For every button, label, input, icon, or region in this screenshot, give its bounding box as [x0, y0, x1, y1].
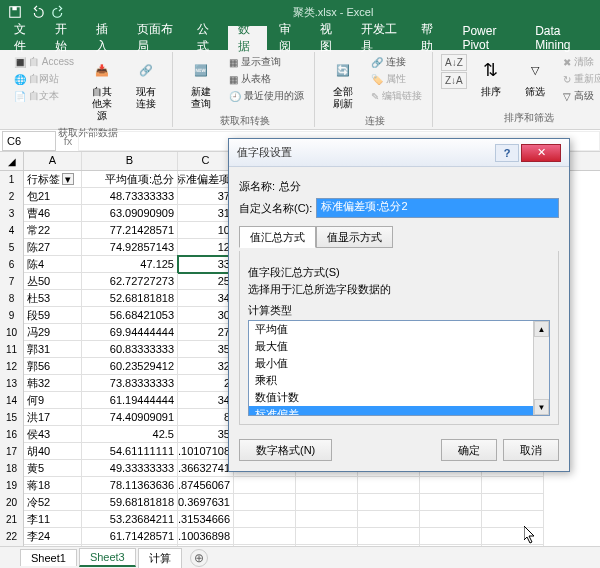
cell[interactable]: 郭56: [24, 358, 82, 375]
cell[interactable]: 37: [178, 188, 234, 205]
cell[interactable]: 李47: [24, 545, 82, 546]
custom-name-input[interactable]: 标准偏差项:总分2: [316, 198, 559, 218]
row-header[interactable]: 15: [0, 409, 24, 426]
ribbon-tab-10[interactable]: Power Pivot: [452, 26, 523, 50]
sort[interactable]: ⇅排序: [471, 54, 511, 100]
cell[interactable]: 61.19444444: [82, 392, 178, 409]
cell[interactable]: 胡40: [24, 443, 82, 460]
cell[interactable]: 19.87456067: [178, 477, 234, 494]
column-header[interactable]: C: [178, 152, 234, 170]
row-header[interactable]: 9: [0, 307, 24, 324]
row-header[interactable]: 6: [0, 256, 24, 273]
cell[interactable]: 冯29: [24, 324, 82, 341]
calc-type-option[interactable]: 乘积: [249, 372, 533, 389]
cell[interactable]: 54.61111111: [82, 443, 178, 460]
cancel-button[interactable]: 取消: [503, 439, 559, 461]
table-row[interactable]: 20冷5259.6818181830.3697631: [0, 494, 600, 511]
row-header[interactable]: 12: [0, 358, 24, 375]
calc-type-list[interactable]: 平均值最大值最小值乘积数值计数标准偏差 ▲ ▼: [248, 320, 550, 416]
cell[interactable]: 73.83333333: [82, 375, 178, 392]
reapply[interactable]: ↻重新应用: [559, 71, 600, 87]
cell[interactable]: 52.68181818: [82, 290, 178, 307]
scroll-down-icon[interactable]: ▼: [534, 399, 549, 415]
sheet-tab[interactable]: 计算: [138, 548, 182, 568]
row-header[interactable]: 14: [0, 392, 24, 409]
existing-connections[interactable]: 🔗现有连接: [126, 54, 166, 112]
calc-type-option[interactable]: 最大值: [249, 338, 533, 355]
show-queries[interactable]: ▦显示查询: [225, 54, 308, 70]
cell[interactable]: 74.40909091: [82, 409, 178, 426]
pivot-header[interactable]: 标准偏差项: [178, 171, 234, 188]
sort-asc[interactable]: A↓Z: [441, 54, 467, 71]
add-sheet-button[interactable]: ⊕: [190, 549, 208, 567]
cell[interactable]: 12: [178, 239, 234, 256]
cell[interactable]: 63.09090909: [82, 205, 178, 222]
cell[interactable]: 25: [178, 273, 234, 290]
ribbon-tab-8[interactable]: 开发工具: [351, 26, 409, 50]
row-header[interactable]: 4: [0, 222, 24, 239]
from-table[interactable]: ▦从表格: [225, 71, 308, 87]
scrollbar[interactable]: ▲ ▼: [533, 321, 549, 415]
close-icon[interactable]: ✕: [521, 144, 561, 162]
cell[interactable]: 32: [178, 358, 234, 375]
cell[interactable]: 47.125: [82, 256, 178, 273]
row-header[interactable]: 7: [0, 273, 24, 290]
cell[interactable]: 8: [178, 409, 234, 426]
row-header[interactable]: 19: [0, 477, 24, 494]
calc-type-option[interactable]: 数值计数: [249, 389, 533, 406]
cell[interactable]: 56.91666667: [82, 545, 178, 546]
cell[interactable]: 黄5: [24, 460, 82, 477]
filter[interactable]: ▽筛选: [515, 54, 555, 100]
cell[interactable]: 李24: [24, 528, 82, 545]
cell[interactable]: 常22: [24, 222, 82, 239]
from-other-sources[interactable]: 📥自其他来源: [82, 54, 122, 124]
ribbon-tab-11[interactable]: Data Mining: [525, 26, 596, 50]
row-header[interactable]: 23: [0, 545, 24, 546]
properties[interactable]: 🏷️属性: [367, 71, 426, 87]
from-access[interactable]: 🔳自 Access: [10, 54, 78, 70]
cell[interactable]: 37.36632741: [178, 460, 234, 477]
cell[interactable]: 蒋18: [24, 477, 82, 494]
cell[interactable]: 60.83333333: [82, 341, 178, 358]
cell[interactable]: 60.23529412: [82, 358, 178, 375]
row-header[interactable]: 11: [0, 341, 24, 358]
cell[interactable]: 洪17: [24, 409, 82, 426]
row-header[interactable]: 18: [0, 460, 24, 477]
ribbon-tab-1[interactable]: 开始: [45, 26, 84, 50]
number-format-button[interactable]: 数字格式(N): [239, 439, 332, 461]
cell[interactable]: 38.31534666: [178, 511, 234, 528]
cell[interactable]: 78.11363636: [82, 477, 178, 494]
row-header[interactable]: 22: [0, 528, 24, 545]
cell[interactable]: 35: [178, 426, 234, 443]
edit-links[interactable]: ✎编辑链接: [367, 88, 426, 104]
column-header[interactable]: B: [82, 152, 178, 170]
calc-type-option[interactable]: 平均值: [249, 321, 533, 338]
cell[interactable]: 34: [178, 290, 234, 307]
ribbon-tab-3[interactable]: 页面布局: [127, 26, 185, 50]
ribbon-tab-7[interactable]: 视图: [310, 26, 349, 50]
cell[interactable]: 48.73333333: [82, 188, 178, 205]
cell[interactable]: 包21: [24, 188, 82, 205]
cell[interactable]: 77.21428571: [82, 222, 178, 239]
cell[interactable]: 74.92857143: [82, 239, 178, 256]
cell[interactable]: 42.5: [82, 426, 178, 443]
table-row[interactable]: 22李2461.7142857134.10036898: [0, 528, 600, 545]
cell[interactable]: 杜53: [24, 290, 82, 307]
ribbon-tab-9[interactable]: 帮助: [411, 26, 450, 50]
cell[interactable]: 曹46: [24, 205, 82, 222]
new-query[interactable]: 🆕新建 查询: [181, 54, 221, 112]
cell[interactable]: 何9: [24, 392, 82, 409]
sheet-tab[interactable]: Sheet3: [79, 548, 136, 567]
cell[interactable]: 陈27: [24, 239, 82, 256]
sort-desc[interactable]: Z↓A: [441, 72, 467, 89]
cell[interactable]: 31: [178, 205, 234, 222]
from-web[interactable]: 🌐自网站: [10, 71, 78, 87]
cell[interactable]: 30.39873901: [178, 545, 234, 546]
cell[interactable]: 34.10036898: [178, 528, 234, 545]
row-header[interactable]: 8: [0, 290, 24, 307]
cell[interactable]: 53.23684211: [82, 511, 178, 528]
cell[interactable]: 34: [178, 392, 234, 409]
row-header[interactable]: 17: [0, 443, 24, 460]
row-header[interactable]: 20: [0, 494, 24, 511]
cell[interactable]: 2: [178, 375, 234, 392]
